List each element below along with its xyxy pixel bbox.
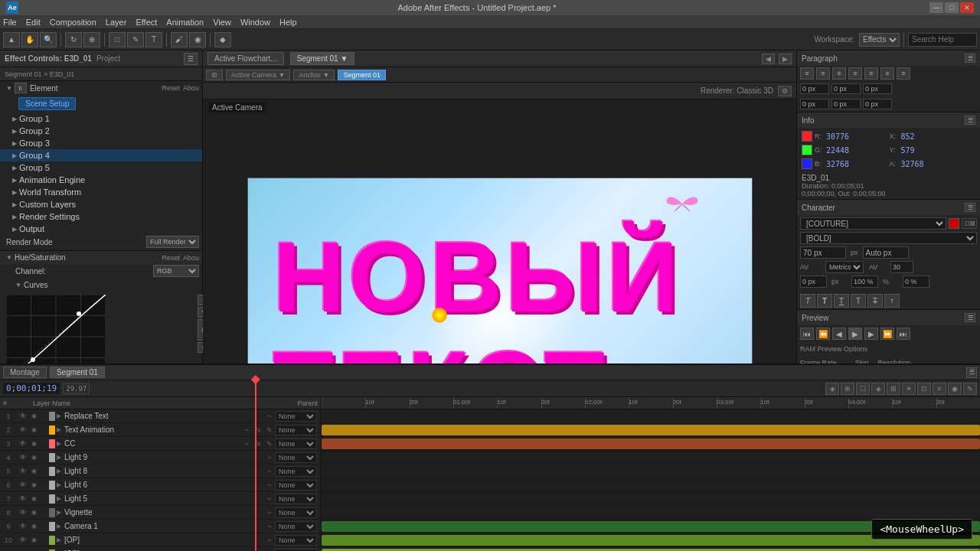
layer-row-4[interactable]: 4 👁 ◉ ▶ Light 9 ~ None: [0, 451, 321, 465]
layer-solo-3[interactable]: ◉: [29, 438, 38, 450]
prev-back-frame-btn[interactable]: ◀: [832, 328, 846, 340]
layer-row-6[interactable]: 6 👁 ◉ ▶ Light 6 ~ None: [0, 478, 321, 492]
parent-select-5[interactable]: None: [275, 466, 317, 477]
layer-solo-11[interactable]: ◉: [29, 548, 38, 552]
layer-eye-5[interactable]: 👁: [17, 465, 29, 478]
tl-tool-8[interactable]: ≡: [933, 383, 946, 395]
scene-setup-button[interactable]: Scene Setup: [18, 97, 76, 110]
tf-t6[interactable]: T: [884, 294, 900, 308]
layer-eye-1[interactable]: 👁: [17, 410, 29, 422]
track-row-1[interactable]: [322, 409, 980, 423]
prev-forward-frame-btn[interactable]: ▶: [864, 328, 878, 340]
tool-stamp[interactable]: ◉: [189, 32, 206, 47]
layer-solo-2[interactable]: ◉: [29, 424, 38, 436]
sw-motion-8[interactable]: ~: [264, 507, 275, 518]
swatch-fg[interactable]: [970, 221, 975, 226]
track-row-4[interactable]: [322, 451, 980, 465]
track-row-11[interactable]: [322, 547, 980, 551]
layer-expand-9[interactable]: ▶: [57, 523, 64, 530]
maximize-button[interactable]: □: [945, 2, 959, 13]
layer-eye-7[interactable]: 👁: [17, 493, 29, 505]
hue-sat-reset[interactable]: Reset: [162, 254, 180, 262]
tool-text[interactable]: T: [145, 32, 162, 47]
layer-expand-8[interactable]: ▶: [57, 509, 64, 516]
parent-select-1[interactable]: None: [275, 411, 317, 422]
layer-solo-4[interactable]: ◉: [29, 452, 38, 464]
track-row-2[interactable]: [322, 423, 980, 437]
panel-menu-button[interactable]: ☰: [184, 53, 198, 65]
tracking-select[interactable]: Metrics: [825, 261, 864, 273]
tf-t3[interactable]: T: [834, 294, 849, 308]
layer-solo-7[interactable]: ◉: [29, 493, 38, 505]
layer-expand-5[interactable]: ▶: [57, 468, 64, 474]
tl-tool-1[interactable]: ◈: [825, 383, 839, 395]
justify-all-btn[interactable]: ≡: [897, 67, 910, 80]
tl-tool-9[interactable]: ◉: [948, 383, 962, 395]
parent-select-4[interactable]: None: [275, 452, 317, 463]
tl-tool-2[interactable]: ⊕: [841, 383, 854, 395]
world-transform-item[interactable]: ▶ World Transform: [0, 186, 202, 198]
tab-next-button[interactable]: ▶: [779, 54, 792, 64]
menu-edit[interactable]: Edit: [26, 18, 41, 27]
sw-motion-5[interactable]: ~: [264, 466, 275, 477]
layer-eye-6[interactable]: 👁: [17, 479, 29, 491]
menu-animation[interactable]: Animation: [166, 18, 204, 27]
align-center-btn[interactable]: ≡: [816, 67, 830, 80]
tl-tool-3[interactable]: ☐: [856, 383, 870, 395]
viewport-tab-anchor[interactable]: Anchor ▼: [293, 70, 335, 80]
comp-tab-flowchart[interactable]: Active Flowchart...: [207, 52, 284, 65]
tl-tool-7[interactable]: ⊡: [917, 383, 931, 395]
font-family-select[interactable]: [COUTURE]: [800, 217, 946, 230]
font-style-select[interactable]: [BOLD]: [800, 232, 977, 244]
layer-eye-11[interactable]: 👁: [17, 548, 29, 552]
comp-tab-segment[interactable]: Segment 01 ▼: [290, 52, 355, 65]
sw-motion-7[interactable]: ~: [264, 494, 275, 504]
timeline-tab-segment[interactable]: Segment 01: [50, 367, 105, 378]
layer-row-11[interactable]: 11 👁 ◉ ▶ [OP] ~ None: [0, 547, 321, 551]
paragraph-menu[interactable]: ☰: [965, 54, 975, 63]
sw-motion-2[interactable]: ✎: [264, 425, 275, 435]
line-spacing-input[interactable]: [863, 246, 909, 259]
tool-brush[interactable]: 🖌: [171, 32, 188, 47]
spacing-before-input[interactable]: [800, 99, 829, 109]
tab-prev-button[interactable]: ◀: [762, 54, 775, 64]
timeline-menu-btn[interactable]: ☰: [966, 367, 977, 378]
tool-shape-rect[interactable]: □: [109, 32, 126, 47]
layer-expand-3[interactable]: ▶: [57, 440, 64, 447]
align-right-btn[interactable]: ≡: [832, 67, 846, 80]
layer-row-10[interactable]: 10 👁 ◉ ▶ [OP] ~ None: [0, 533, 321, 547]
justify-right-btn[interactable]: ≡: [880, 67, 894, 80]
menu-file[interactable]: File: [3, 18, 17, 27]
parent-select-11[interactable]: None: [275, 549, 317, 552]
tool-pen[interactable]: ✎: [127, 32, 144, 47]
workspace-select[interactable]: Effects: [859, 33, 900, 47]
sw-solo-2[interactable]: ~: [241, 425, 252, 435]
minimize-button[interactable]: —: [929, 2, 943, 13]
tool-hand[interactable]: ✋: [21, 32, 38, 47]
layer-eye-4[interactable]: 👁: [17, 452, 29, 464]
layer-solo-8[interactable]: ◉: [29, 507, 38, 519]
element-reset[interactable]: Reset: [162, 84, 180, 92]
output-item[interactable]: ▶ Output: [0, 223, 202, 235]
tf-t2[interactable]: T: [817, 294, 832, 308]
swatch-bg[interactable]: [965, 221, 969, 226]
character-menu[interactable]: ☰: [965, 203, 975, 212]
tool-rotate[interactable]: ↻: [65, 32, 82, 47]
track-row-7[interactable]: [322, 492, 980, 506]
animation-engine-item[interactable]: ▶ Animation Engine: [0, 174, 202, 186]
timeline-tab-montage[interactable]: Montage: [3, 367, 47, 378]
layer-eye-2[interactable]: 👁: [17, 424, 29, 436]
search-help-input[interactable]: [908, 33, 977, 47]
tool-select[interactable]: ▲: [3, 32, 20, 47]
layer-expand-6[interactable]: ▶: [57, 481, 64, 488]
layer-expand-4[interactable]: ▶: [57, 454, 64, 461]
curves-row[interactable]: ▼ Curves: [0, 278, 202, 292]
menu-help[interactable]: Help: [279, 18, 297, 27]
layer-expand-2[interactable]: ▶: [57, 426, 64, 433]
viewport-tab-bookmark[interactable]: ⊞: [206, 70, 223, 80]
sw-motion-3[interactable]: ✎: [264, 439, 275, 449]
element-triangle[interactable]: ▼: [6, 85, 12, 92]
prev-play-btn[interactable]: ▶: [848, 328, 862, 340]
tl-tool-4[interactable]: ◈: [871, 383, 885, 395]
layer-row-3[interactable]: 3 👁 ◉ ▶ CC ~fx✎ None: [0, 437, 321, 451]
